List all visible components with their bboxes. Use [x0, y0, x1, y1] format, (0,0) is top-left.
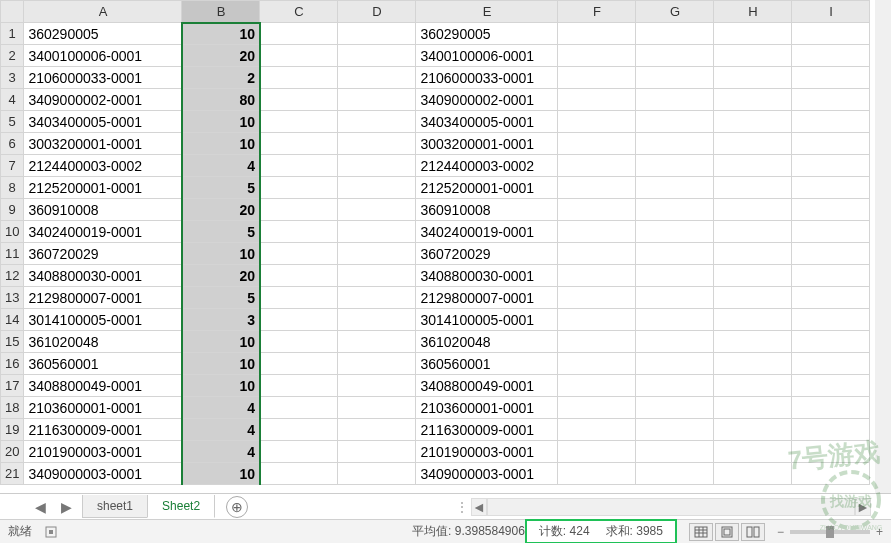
cell-F8[interactable] [558, 177, 636, 199]
cell-H15[interactable] [714, 331, 792, 353]
cell-F12[interactable] [558, 265, 636, 287]
spreadsheet-grid[interactable]: A B C D E F G H I 1360290005103602900052… [0, 0, 870, 485]
row-header[interactable]: 5 [1, 111, 24, 133]
cell-B11[interactable]: 10 [182, 243, 260, 265]
cell-G13[interactable] [636, 287, 714, 309]
cell-B20[interactable]: 4 [182, 441, 260, 463]
cell-E12[interactable]: 3408800030-0001 [416, 265, 558, 287]
cell-F3[interactable] [558, 67, 636, 89]
cell-D17[interactable] [338, 375, 416, 397]
cell-I2[interactable] [792, 45, 870, 67]
row-header[interactable]: 11 [1, 243, 24, 265]
cell-C21[interactable] [260, 463, 338, 485]
cell-C2[interactable] [260, 45, 338, 67]
cell-G15[interactable] [636, 331, 714, 353]
view-normal-button[interactable] [689, 523, 713, 541]
cell-I10[interactable] [792, 221, 870, 243]
cell-E15[interactable]: 361020048 [416, 331, 558, 353]
cell-G3[interactable] [636, 67, 714, 89]
tab-nav-next-icon[interactable]: ▶ [56, 497, 76, 517]
row-header[interactable]: 14 [1, 309, 24, 331]
cell-F5[interactable] [558, 111, 636, 133]
cell-C16[interactable] [260, 353, 338, 375]
cell-C12[interactable] [260, 265, 338, 287]
col-header-C[interactable]: C [260, 1, 338, 23]
cell-F13[interactable] [558, 287, 636, 309]
cell-C7[interactable] [260, 155, 338, 177]
cell-D8[interactable] [338, 177, 416, 199]
cell-C17[interactable] [260, 375, 338, 397]
cell-E8[interactable]: 2125200001-0001 [416, 177, 558, 199]
zoom-slider-thumb[interactable] [826, 526, 834, 538]
cell-G14[interactable] [636, 309, 714, 331]
cell-F7[interactable] [558, 155, 636, 177]
cell-E20[interactable]: 2101900003-0001 [416, 441, 558, 463]
row-header[interactable]: 7 [1, 155, 24, 177]
cell-I16[interactable] [792, 353, 870, 375]
cell-B8[interactable]: 5 [182, 177, 260, 199]
cell-H7[interactable] [714, 155, 792, 177]
cell-B19[interactable]: 4 [182, 419, 260, 441]
cell-I15[interactable] [792, 331, 870, 353]
cell-D19[interactable] [338, 419, 416, 441]
cell-B18[interactable]: 4 [182, 397, 260, 419]
cell-C8[interactable] [260, 177, 338, 199]
cell-H19[interactable] [714, 419, 792, 441]
row-header[interactable]: 1 [1, 23, 24, 45]
cell-A2[interactable]: 3400100006-0001 [24, 45, 182, 67]
col-header-I[interactable]: I [792, 1, 870, 23]
cell-H16[interactable] [714, 353, 792, 375]
cell-A15[interactable]: 361020048 [24, 331, 182, 353]
cell-B21[interactable]: 10 [182, 463, 260, 485]
cell-A6[interactable]: 3003200001-0001 [24, 133, 182, 155]
tab-nav-prev-icon[interactable]: ◀ [30, 497, 50, 517]
hscroll-right-button[interactable]: ► [855, 498, 871, 516]
cell-D5[interactable] [338, 111, 416, 133]
cell-A5[interactable]: 3403400005-0001 [24, 111, 182, 133]
view-page-break-button[interactable] [741, 523, 765, 541]
cell-F10[interactable] [558, 221, 636, 243]
cell-C4[interactable] [260, 89, 338, 111]
cell-A9[interactable]: 360910008 [24, 199, 182, 221]
cell-F17[interactable] [558, 375, 636, 397]
cell-C14[interactable] [260, 309, 338, 331]
col-header-G[interactable]: G [636, 1, 714, 23]
vertical-scrollbar[interactable] [875, 0, 891, 493]
cell-D15[interactable] [338, 331, 416, 353]
cell-C19[interactable] [260, 419, 338, 441]
cell-A19[interactable]: 2116300009-0001 [24, 419, 182, 441]
cell-C18[interactable] [260, 397, 338, 419]
cell-G6[interactable] [636, 133, 714, 155]
sheet-tab-sheet2[interactable]: Sheet2 [147, 495, 215, 518]
row-header[interactable]: 3 [1, 67, 24, 89]
cell-E16[interactable]: 360560001 [416, 353, 558, 375]
cell-H5[interactable] [714, 111, 792, 133]
cell-A13[interactable]: 2129800007-0001 [24, 287, 182, 309]
cell-E6[interactable]: 3003200001-0001 [416, 133, 558, 155]
cell-C5[interactable] [260, 111, 338, 133]
cell-G8[interactable] [636, 177, 714, 199]
col-header-A[interactable]: A [24, 1, 182, 23]
cell-A17[interactable]: 3408800049-0001 [24, 375, 182, 397]
row-header[interactable]: 18 [1, 397, 24, 419]
add-sheet-button[interactable]: ⊕ [226, 496, 248, 518]
sheet-tab-sheet1[interactable]: sheet1 [82, 495, 148, 518]
row-header[interactable]: 12 [1, 265, 24, 287]
cell-F4[interactable] [558, 89, 636, 111]
cell-F11[interactable] [558, 243, 636, 265]
cell-I13[interactable] [792, 287, 870, 309]
cell-E5[interactable]: 3403400005-0001 [416, 111, 558, 133]
cell-G5[interactable] [636, 111, 714, 133]
cell-E9[interactable]: 360910008 [416, 199, 558, 221]
cell-E2[interactable]: 3400100006-0001 [416, 45, 558, 67]
cell-B2[interactable]: 20 [182, 45, 260, 67]
cell-D7[interactable] [338, 155, 416, 177]
cell-B6[interactable]: 10 [182, 133, 260, 155]
hscroll-track[interactable] [487, 498, 855, 516]
cell-A20[interactable]: 2101900003-0001 [24, 441, 182, 463]
cell-E19[interactable]: 2116300009-0001 [416, 419, 558, 441]
cell-I8[interactable] [792, 177, 870, 199]
cell-B14[interactable]: 3 [182, 309, 260, 331]
cell-E11[interactable]: 360720029 [416, 243, 558, 265]
cell-D16[interactable] [338, 353, 416, 375]
